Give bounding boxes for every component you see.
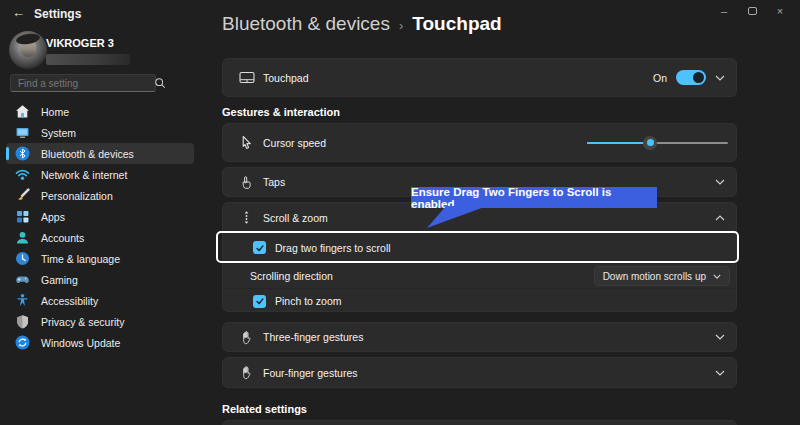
minimize-button[interactable]: – <box>710 0 738 22</box>
bluetooth-icon <box>15 146 30 161</box>
windows-update-icon <box>15 335 30 350</box>
scrolling-direction-value: Down motion scrolls up <box>603 271 706 282</box>
chevron-up-icon[interactable] <box>715 215 725 221</box>
touchpad-toggle-card[interactable]: Touchpad On <box>222 58 737 97</box>
pinch-to-zoom-label: Pinch to zoom <box>275 295 342 307</box>
apps-icon <box>15 209 30 224</box>
three-finger-card[interactable]: Three-finger gestures <box>222 322 737 352</box>
scroll-icon <box>239 210 254 225</box>
personalization-icon <box>15 188 30 203</box>
sidebar-item-system[interactable]: System <box>6 122 194 143</box>
chevron-down-icon[interactable] <box>715 75 725 81</box>
annotation-callout: Ensure Drag Two Fingers to Scroll is ena… <box>411 187 657 208</box>
sidebar-item-label: Personalization <box>41 190 113 202</box>
sidebar-item-gaming[interactable]: Gaming <box>6 269 194 290</box>
sidebar-item-label: Accessibility <box>41 295 98 307</box>
avatar[interactable] <box>9 31 47 69</box>
sidebar-item-apps[interactable]: Apps <box>6 206 194 227</box>
drag-two-fingers-label: Drag two fingers to scroll <box>275 242 391 254</box>
sidebar-nav: Home System Bluetooth & devices Network … <box>6 101 194 353</box>
gestures-section-header: Gestures & interaction <box>222 106 340 118</box>
home-icon <box>15 104 30 119</box>
toggle-knob <box>693 72 704 83</box>
sidebar-item-label: Privacy & security <box>41 316 124 328</box>
gaming-icon <box>15 272 30 287</box>
user-name: VIKROGER 3 <box>46 37 114 49</box>
page-title: Touchpad <box>412 13 501 35</box>
chevron-down-icon <box>713 274 721 279</box>
search-icon[interactable] <box>154 77 166 89</box>
sidebar-item-bluetooth-devices[interactable]: Bluetooth & devices <box>6 143 194 164</box>
sidebar-item-privacy-security[interactable]: Privacy & security <box>6 311 194 332</box>
cursor-speed-card: Cursor speed <box>222 123 737 162</box>
accounts-icon <box>15 230 30 245</box>
sidebar-item-label: Home <box>41 106 69 118</box>
sidebar-item-label: Bluetooth & devices <box>41 148 134 160</box>
system-icon <box>15 125 30 140</box>
sidebar-item-label: Accounts <box>41 232 84 244</box>
cursor-speed-label: Cursor speed <box>263 137 326 149</box>
breadcrumb: Bluetooth & devices › Touchpad <box>222 13 502 35</box>
cursor-speed-thumb[interactable] <box>643 136 657 150</box>
pinch-to-zoom-row[interactable]: Pinch to zoom <box>223 288 736 313</box>
sidebar-item-windows-update[interactable]: Windows Update <box>6 332 194 353</box>
privacy-icon <box>15 314 30 329</box>
network-icon <box>15 167 30 182</box>
cursor-speed-slider[interactable] <box>587 136 728 150</box>
close-button[interactable]: × <box>766 0 794 22</box>
pinch-to-zoom-checkbox[interactable] <box>253 295 266 308</box>
cursor-speed-fill <box>587 142 650 144</box>
maximize-button[interactable] <box>738 0 766 22</box>
search-input[interactable] <box>11 78 154 89</box>
scrolling-direction-row: Scrolling direction Down motion scrolls … <box>223 263 736 288</box>
cursor-icon <box>239 135 254 150</box>
breadcrumb-separator: › <box>399 16 403 33</box>
hand-icon <box>239 330 254 345</box>
three-finger-label: Three-finger gestures <box>263 331 363 343</box>
chevron-down-icon[interactable] <box>715 370 725 376</box>
time-language-icon <box>15 251 30 266</box>
scrolling-direction-dropdown[interactable]: Down motion scrolls up <box>594 266 730 286</box>
scroll-zoom-label: Scroll & zoom <box>263 212 328 224</box>
touchpad-toggle-state: On <box>653 72 667 84</box>
scrolling-direction-label: Scrolling direction <box>250 270 333 282</box>
sidebar-item-label: Windows Update <box>41 337 120 349</box>
window-controls: – × <box>710 0 794 22</box>
accessibility-icon <box>15 293 30 308</box>
hand-icon <box>239 365 254 380</box>
tap-hand-icon <box>239 175 254 190</box>
taps-label: Taps <box>263 176 285 188</box>
drag-two-fingers-checkbox[interactable] <box>253 241 266 254</box>
four-finger-card[interactable]: Four-finger gestures <box>222 357 737 388</box>
breadcrumb-parent[interactable]: Bluetooth & devices <box>222 13 390 35</box>
related-settings-header: Related settings <box>222 403 307 415</box>
maximize-icon <box>748 7 757 15</box>
chevron-down-icon[interactable] <box>715 334 725 340</box>
user-email-redacted <box>46 54 130 65</box>
touchpad-toggle[interactable] <box>676 70 706 85</box>
settings-window: { "window": { "title": "Settings", "back… <box>0 0 800 425</box>
sidebar-item-label: Time & language <box>41 253 120 265</box>
four-finger-label: Four-finger gestures <box>263 367 358 379</box>
related-settings-card-partial <box>222 420 737 425</box>
sidebar-item-network-internet[interactable]: Network & internet <box>6 164 194 185</box>
annotation-callout-tail <box>424 206 494 229</box>
sidebar-item-accounts[interactable]: Accounts <box>6 227 194 248</box>
sidebar-item-label: System <box>41 127 76 139</box>
touchpad-icon <box>239 70 255 85</box>
drag-two-fingers-row[interactable]: Drag two fingers to scroll <box>223 232 736 263</box>
sidebar-item-accessibility[interactable]: Accessibility <box>6 290 194 311</box>
touchpad-row-label: Touchpad <box>263 72 309 84</box>
sidebar-item-home[interactable]: Home <box>6 101 194 122</box>
chevron-down-icon[interactable] <box>715 179 725 185</box>
sidebar-item-personalization[interactable]: Personalization <box>6 185 194 206</box>
sidebar-item-time-language[interactable]: Time & language <box>6 248 194 269</box>
sidebar: VIKROGER 3 Home System Bluetooth & devic… <box>0 0 200 425</box>
sidebar-item-label: Gaming <box>41 274 78 286</box>
sidebar-item-label: Network & internet <box>41 169 127 181</box>
sidebar-item-label: Apps <box>41 211 65 223</box>
search-box[interactable] <box>10 74 156 92</box>
